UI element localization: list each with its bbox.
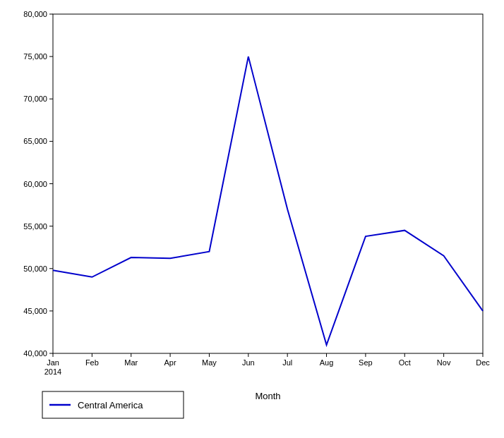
chart-container: 40,00045,00050,00055,00060,00065,00070,0… [0, 0, 504, 438]
chart-svg: 40,00045,00050,00055,00060,00065,00070,0… [0, 0, 504, 438]
svg-text:65,000: 65,000 [23, 137, 47, 145]
svg-text:70,000: 70,000 [23, 95, 47, 103]
svg-text:Jul: Jul [282, 358, 292, 367]
svg-text:Aug: Aug [320, 358, 334, 367]
svg-text:75,000: 75,000 [23, 52, 47, 61]
svg-text:60,000: 60,000 [23, 180, 47, 188]
svg-text:80,000: 80,000 [23, 10, 47, 18]
svg-text:Apr: Apr [164, 358, 176, 367]
svg-text:Jan: Jan [47, 358, 59, 367]
svg-text:Jun: Jun [242, 358, 255, 367]
svg-text:50,000: 50,000 [23, 264, 47, 273]
svg-text:Feb: Feb [85, 358, 99, 367]
svg-text:Mar: Mar [124, 358, 138, 367]
svg-text:55,000: 55,000 [23, 222, 47, 231]
svg-text:40,000: 40,000 [23, 349, 47, 358]
svg-text:Sep: Sep [359, 358, 373, 367]
svg-text:May: May [202, 358, 217, 367]
svg-text:Nov: Nov [437, 358, 451, 367]
svg-text:Month: Month [255, 391, 280, 401]
svg-text:45,000: 45,000 [23, 307, 47, 315]
svg-text:Dec: Dec [476, 358, 490, 367]
svg-rect-0 [53, 14, 483, 353]
svg-text:Oct: Oct [399, 358, 411, 367]
svg-text:Central America: Central America [78, 400, 143, 410]
svg-text:2014: 2014 [44, 367, 61, 376]
